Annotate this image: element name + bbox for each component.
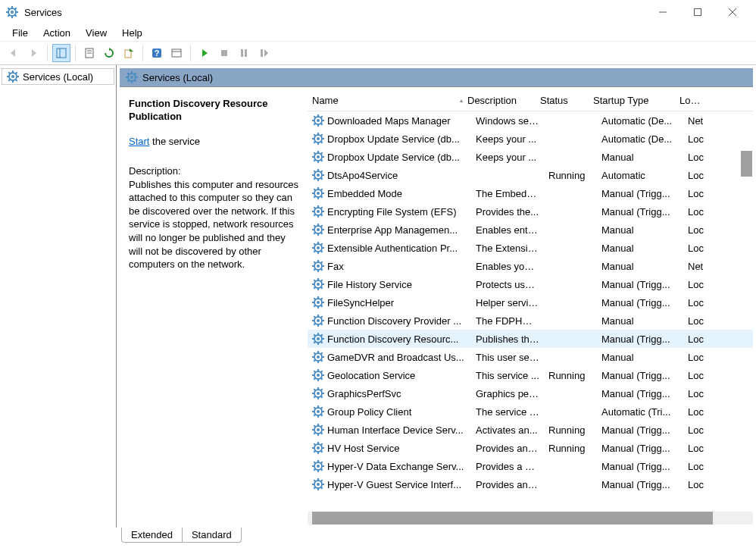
service-description: The Embedd...: [471, 186, 544, 201]
pane-header: Services (Local): [120, 68, 753, 87]
service-logon: Loc: [683, 459, 714, 474]
service-row[interactable]: Downloaded Maps ManagerWindows ser...Aut…: [308, 111, 753, 130]
service-row[interactable]: Human Interface Device Serv...Activates …: [308, 421, 753, 439]
service-row[interactable]: Geolocation ServiceThis service ...Runni…: [308, 366, 753, 384]
service-name: Hyper-V Guest Service Interf...: [327, 479, 461, 490]
service-logon: Loc: [683, 350, 714, 365]
back-button[interactable]: [5, 44, 23, 62]
tab-extended[interactable]: Extended: [121, 528, 183, 543]
help-button[interactable]: ?: [148, 44, 166, 62]
toolbar: ?: [0, 41, 756, 65]
service-row[interactable]: HV Host ServiceProvides an i...RunningMa…: [308, 439, 753, 457]
service-status: [544, 337, 597, 340]
service-name: Hyper-V Data Exchange Serv...: [327, 461, 464, 472]
menu-file[interactable]: File: [5, 26, 36, 40]
tree-item-services-local[interactable]: Services (Local): [2, 68, 114, 85]
service-row[interactable]: GraphicsPerfSvcGraphics per...Manual (Tr…: [308, 384, 753, 402]
show-hide-tree-button[interactable]: [52, 44, 70, 62]
properties-button[interactable]: [80, 44, 98, 62]
service-logon: Loc: [683, 314, 714, 328]
service-logon: Loc: [683, 368, 714, 383]
maximize-button[interactable]: [680, 0, 715, 24]
stop-service-button[interactable]: [215, 44, 233, 62]
service-description: Provides an i...: [471, 478, 544, 492]
column-header-description[interactable]: Description: [463, 92, 536, 109]
service-logon: Loc: [683, 387, 714, 401]
service-status: [544, 410, 597, 413]
pause-service-button[interactable]: [235, 44, 253, 62]
service-row[interactable]: Enterprise App Managemen...Enables ente.…: [308, 221, 753, 239]
column-header-status[interactable]: Status: [536, 92, 589, 109]
restart-service-button[interactable]: [255, 44, 273, 62]
start-service-link[interactable]: Start: [129, 136, 149, 147]
close-button[interactable]: [715, 0, 750, 24]
list-body[interactable]: Downloaded Maps ManagerWindows ser...Aut…: [308, 111, 753, 512]
service-description: [471, 174, 544, 177]
service-row[interactable]: Extensible Authentication Pr...The Exten…: [308, 239, 753, 257]
service-startup-type: Manual: [597, 350, 683, 365]
service-row[interactable]: Encrypting File System (EFS)Provides the…: [308, 202, 753, 221]
service-row[interactable]: Embedded ModeThe Embedd...Manual (Trigg.…: [308, 184, 753, 202]
service-row[interactable]: Dropbox Update Service (db...Keeps your …: [308, 148, 753, 166]
service-row[interactable]: Function Discovery Provider ...The FDPHO…: [308, 312, 753, 330]
horizontal-scrollbar-thumb[interactable]: [312, 512, 713, 525]
start-service-suffix: the service: [149, 136, 199, 147]
service-description: Protects user...: [471, 277, 544, 292]
service-status: [544, 192, 597, 195]
service-gear-icon: [312, 460, 324, 472]
refresh-button[interactable]: [100, 44, 118, 62]
horizontal-scrollbar[interactable]: [308, 512, 753, 525]
service-row[interactable]: File History ServiceProtects user...Manu…: [308, 275, 753, 293]
service-row[interactable]: DtsApo4ServiceRunningAutomaticLoc: [308, 166, 753, 184]
service-startup-type: Manual (Trigg...: [597, 296, 683, 310]
service-gear-icon: [312, 296, 324, 308]
export-button[interactable]: [120, 44, 138, 62]
service-startup-type: Manual: [597, 259, 683, 274]
service-startup-type: Manual (Trigg...: [597, 368, 683, 383]
forward-button[interactable]: [24, 44, 42, 62]
service-description: The service i...: [471, 405, 544, 419]
service-name: FileSyncHelper: [327, 297, 394, 308]
service-name: Downloaded Maps Manager: [327, 115, 451, 127]
menu-action[interactable]: Action: [36, 26, 78, 40]
column-header-logon[interactable]: Log On As: [675, 92, 705, 109]
vertical-scrollbar-thumb[interactable]: [741, 151, 752, 177]
service-gear-icon: [312, 187, 324, 199]
service-logon: Loc: [683, 405, 714, 419]
service-description: Keeps your ...: [471, 132, 544, 146]
tab-bar: Extended Standard: [0, 528, 756, 546]
service-status: [544, 155, 597, 158]
service-name: File History Service: [327, 279, 412, 290]
service-gear-icon: [312, 424, 324, 436]
service-description: Publishes thi...: [471, 332, 544, 346]
service-row[interactable]: FileSyncHelperHelper servic...Manual (Tr…: [308, 293, 753, 312]
service-startup-type: Manual: [597, 241, 683, 255]
service-row[interactable]: GameDVR and Broadcast Us...This user ser…: [308, 348, 753, 366]
service-name: Dropbox Update Service (db...: [327, 152, 460, 163]
service-row[interactable]: Group Policy ClientThe service i...Autom…: [308, 402, 753, 421]
service-row[interactable]: Function Discovery Resourc...Publishes t…: [308, 330, 753, 348]
tab-standard[interactable]: Standard: [182, 528, 242, 543]
service-name: Fax: [327, 261, 344, 272]
menu-bar: File Action View Help: [0, 24, 756, 41]
service-logon: Loc: [683, 150, 714, 164]
column-header-name[interactable]: Name: [308, 92, 471, 109]
service-name: Group Policy Client: [327, 406, 411, 418]
minimize-button[interactable]: [645, 0, 680, 24]
start-service-button[interactable]: [195, 44, 214, 62]
service-row[interactable]: FaxEnables you ...ManualNet: [308, 257, 753, 275]
service-row[interactable]: Dropbox Update Service (db...Keeps your …: [308, 130, 753, 148]
column-header-startup-type[interactable]: Startup Type: [589, 92, 675, 109]
service-status: [544, 301, 597, 304]
service-gear-icon: [312, 406, 324, 418]
service-startup-type: Manual (Trigg...: [597, 186, 683, 201]
menu-view[interactable]: View: [78, 26, 114, 40]
show-hide-action-button[interactable]: [167, 44, 186, 62]
menu-help[interactable]: Help: [114, 26, 150, 40]
service-name: Extensible Authentication Pr...: [327, 243, 458, 254]
service-status: [544, 265, 597, 268]
service-row[interactable]: Hyper-V Guest Service Interf...Provides …: [308, 475, 753, 493]
service-description: Keeps your ...: [471, 150, 544, 164]
service-row[interactable]: Hyper-V Data Exchange Serv...Provides a …: [308, 457, 753, 475]
service-startup-type: Manual: [597, 150, 683, 164]
